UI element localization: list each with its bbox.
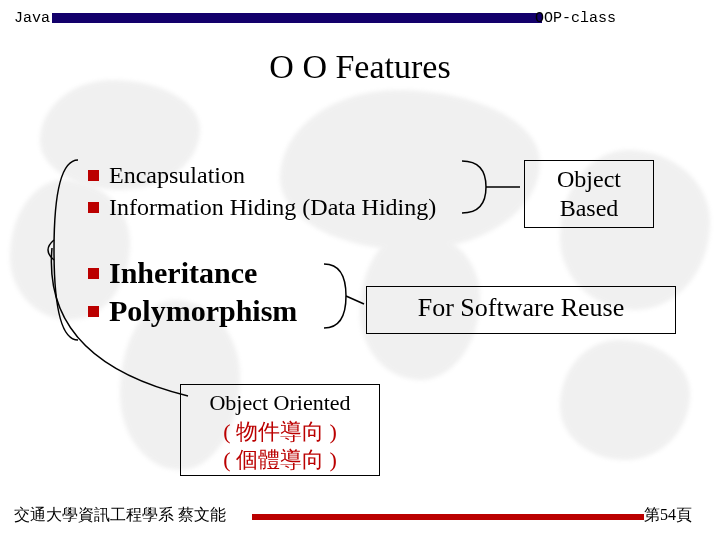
bullet-encapsulation: Encapsulation <box>88 162 245 189</box>
slide-root: Java OOP-class O O Features Encapsulatio… <box>0 0 720 540</box>
footer-left-text: 交通大學資訊工程學系 蔡文能 <box>14 505 226 526</box>
svg-line-1 <box>346 296 364 304</box>
box-object-based-l1: Object <box>525 165 653 194</box>
box-oo-cn2: ( 個體導向 ) <box>181 446 379 475</box>
bullet-info-hiding: Information Hiding (Data Hiding) <box>88 194 436 221</box>
bracket-to-object-based <box>456 155 526 225</box>
bullet-square-icon <box>88 268 99 279</box>
slide-title: O O Features <box>0 48 720 86</box>
bullet-info-hiding-text: Information Hiding (Data Hiding) <box>109 194 436 221</box>
box-object-based: Object Based <box>524 160 654 228</box>
box-software-reuse: For Software Reuse <box>366 286 676 334</box>
box-software-reuse-text: For Software Reuse <box>418 293 625 322</box>
bracket-to-software-reuse <box>318 256 368 336</box>
box-oo-title: Object Oriented <box>181 389 379 418</box>
footer-page-number: 第54頁 <box>644 505 692 526</box>
bracket-all-to-oo <box>48 150 92 410</box>
box-oo-cn1: ( 物件導向 ) <box>181 418 379 447</box>
bullet-polymorphism-text: Polymorphism <box>109 294 297 328</box>
bullet-square-icon <box>88 170 99 181</box>
footer-rule <box>252 514 644 520</box>
bullet-inheritance-text: Inheritance <box>109 256 257 290</box>
header-left-label: Java <box>14 10 50 27</box>
bullet-square-icon <box>88 306 99 317</box>
header-right-label: OOP-class <box>535 10 616 27</box>
bullet-square-icon <box>88 202 99 213</box>
bullet-inheritance: Inheritance <box>88 256 257 290</box>
bullet-encapsulation-text: Encapsulation <box>109 162 245 189</box>
box-object-based-l2: Based <box>525 194 653 223</box>
box-object-oriented: Object Oriented ( 物件導向 ) ( 個體導向 ) <box>180 384 380 476</box>
bullet-polymorphism: Polymorphism <box>88 294 297 328</box>
header-rule <box>52 13 542 23</box>
